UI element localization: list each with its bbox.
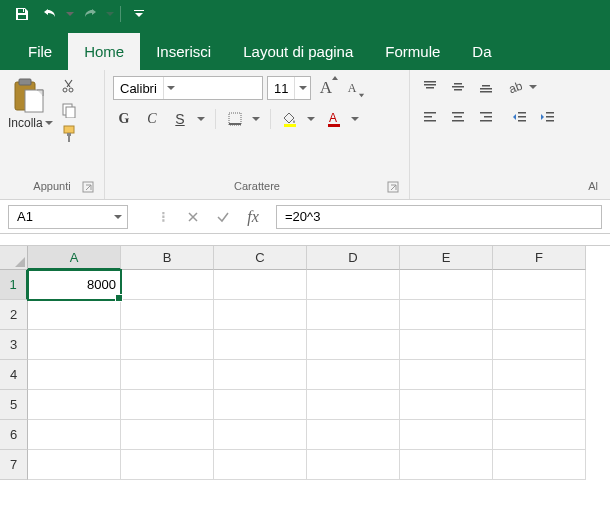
cell[interactable] — [121, 360, 214, 390]
cell[interactable] — [493, 300, 586, 330]
underline-dropdown[interactable] — [197, 115, 207, 123]
cell[interactable] — [28, 450, 121, 480]
font-launcher[interactable] — [387, 181, 401, 195]
align-center-button[interactable] — [446, 106, 470, 128]
cell[interactable] — [493, 450, 586, 480]
cell[interactable] — [28, 390, 121, 420]
align-top-button[interactable] — [418, 76, 442, 98]
underline-button[interactable]: S — [169, 108, 191, 130]
cell[interactable] — [400, 390, 493, 420]
tab-insert[interactable]: Inserisci — [140, 33, 227, 70]
tab-home[interactable]: Home — [68, 33, 140, 70]
cell[interactable] — [214, 360, 307, 390]
font-name-combo[interactable]: Calibri — [113, 76, 263, 100]
cell[interactable] — [493, 360, 586, 390]
cell[interactable] — [307, 270, 400, 300]
decrease-font-button[interactable]: A — [341, 77, 363, 99]
enter-formula-button[interactable] — [208, 205, 238, 229]
italic-button[interactable]: C — [141, 108, 163, 130]
customize-qat-button[interactable] — [125, 2, 153, 26]
row-header[interactable]: 5 — [0, 390, 28, 420]
increase-indent-button[interactable] — [536, 106, 560, 128]
row-header[interactable]: 2 — [0, 300, 28, 330]
row-header[interactable]: 7 — [0, 450, 28, 480]
cell[interactable] — [400, 300, 493, 330]
cell[interactable] — [493, 330, 586, 360]
cell[interactable] — [400, 330, 493, 360]
cell[interactable] — [121, 420, 214, 450]
cell[interactable] — [121, 300, 214, 330]
borders-dropdown[interactable] — [252, 115, 262, 123]
cell[interactable] — [307, 300, 400, 330]
cell[interactable] — [28, 420, 121, 450]
paste-label[interactable]: Incolla — [8, 116, 53, 130]
cell[interactable] — [493, 270, 586, 300]
row-header[interactable]: 6 — [0, 420, 28, 450]
row-header[interactable]: 1 — [0, 270, 28, 300]
increase-font-button[interactable]: A — [315, 77, 337, 99]
undo-dropdown[interactable] — [64, 2, 76, 26]
cell[interactable] — [214, 420, 307, 450]
cell[interactable] — [214, 270, 307, 300]
redo-dropdown[interactable] — [104, 2, 116, 26]
cell[interactable] — [121, 270, 214, 300]
align-middle-button[interactable] — [446, 76, 470, 98]
cell[interactable] — [400, 420, 493, 450]
cell[interactable] — [28, 330, 121, 360]
cancel-formula-button[interactable] — [178, 205, 208, 229]
font-size-combo[interactable]: 11 — [267, 76, 311, 100]
cell[interactable] — [121, 450, 214, 480]
cancel-formula-button[interactable]: ⁝ — [148, 205, 178, 229]
column-header[interactable]: F — [493, 246, 586, 270]
cell[interactable] — [121, 390, 214, 420]
cell[interactable] — [493, 420, 586, 450]
format-painter-button[interactable] — [59, 124, 79, 144]
name-box[interactable]: A1 — [8, 205, 128, 229]
fill-color-button[interactable] — [279, 108, 301, 130]
cell[interactable] — [307, 330, 400, 360]
cell[interactable] — [307, 420, 400, 450]
tab-page-layout[interactable]: Layout di pagina — [227, 33, 369, 70]
select-all-corner[interactable] — [0, 246, 28, 270]
borders-button[interactable] — [224, 108, 246, 130]
bold-button[interactable]: G — [113, 108, 135, 130]
tab-formulas[interactable]: Formule — [369, 33, 456, 70]
row-header[interactable]: 4 — [0, 360, 28, 390]
orientation-button[interactable]: ab — [508, 76, 538, 98]
row-header[interactable]: 3 — [0, 330, 28, 360]
column-header[interactable]: D — [307, 246, 400, 270]
clipboard-launcher[interactable] — [82, 181, 96, 195]
font-color-button[interactable]: A — [323, 108, 345, 130]
column-header[interactable]: A — [28, 246, 121, 270]
cell[interactable] — [307, 390, 400, 420]
cell[interactable] — [28, 360, 121, 390]
cell[interactable] — [214, 390, 307, 420]
paste-button[interactable] — [11, 76, 49, 114]
undo-button[interactable] — [36, 2, 64, 26]
copy-button[interactable] — [59, 100, 79, 120]
cell[interactable] — [493, 390, 586, 420]
formula-input[interactable]: =20^3 — [276, 205, 602, 229]
cell[interactable] — [307, 360, 400, 390]
cell[interactable] — [307, 450, 400, 480]
cell[interactable] — [214, 450, 307, 480]
font-color-dropdown[interactable] — [351, 115, 361, 123]
align-bottom-button[interactable] — [474, 76, 498, 98]
insert-function-button[interactable]: fx — [238, 205, 268, 229]
column-header[interactable]: E — [400, 246, 493, 270]
align-right-button[interactable] — [474, 106, 498, 128]
cell-A1[interactable]: 8000 — [28, 270, 121, 300]
tab-file[interactable]: File — [12, 33, 68, 70]
fill-color-dropdown[interactable] — [307, 115, 317, 123]
cell[interactable] — [121, 330, 214, 360]
decrease-indent-button[interactable] — [508, 106, 532, 128]
redo-button[interactable] — [76, 2, 104, 26]
cell[interactable] — [214, 330, 307, 360]
cell[interactable] — [28, 300, 121, 330]
cell[interactable] — [400, 360, 493, 390]
column-header[interactable]: C — [214, 246, 307, 270]
tab-data[interactable]: Da — [456, 33, 507, 70]
cut-button[interactable] — [59, 76, 79, 96]
align-left-button[interactable] — [418, 106, 442, 128]
cell[interactable] — [400, 270, 493, 300]
